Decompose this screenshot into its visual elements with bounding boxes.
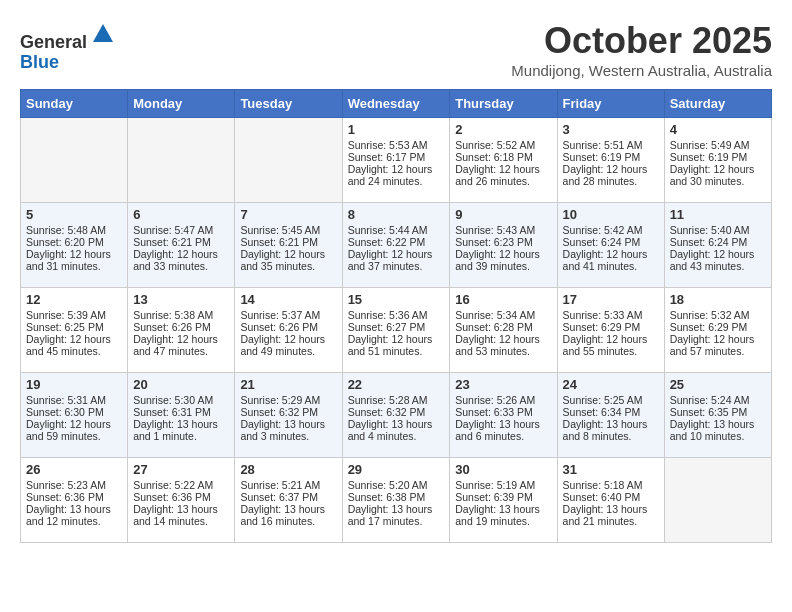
calendar-cell: 31Sunrise: 5:18 AMSunset: 6:40 PMDayligh… bbox=[557, 458, 664, 543]
logo-general-text: General bbox=[20, 32, 87, 52]
calendar-week-row: 5Sunrise: 5:48 AMSunset: 6:20 PMDaylight… bbox=[21, 203, 772, 288]
calendar-cell: 27Sunrise: 5:22 AMSunset: 6:36 PMDayligh… bbox=[128, 458, 235, 543]
calendar-cell: 26Sunrise: 5:23 AMSunset: 6:36 PMDayligh… bbox=[21, 458, 128, 543]
day-number: 10 bbox=[563, 207, 659, 222]
day-info: Sunrise: 5:42 AM bbox=[563, 224, 659, 236]
day-info: Daylight: 13 hours and 16 minutes. bbox=[240, 503, 336, 527]
day-info: Sunrise: 5:47 AM bbox=[133, 224, 229, 236]
day-info: Sunset: 6:28 PM bbox=[455, 321, 551, 333]
day-info: Daylight: 13 hours and 19 minutes. bbox=[455, 503, 551, 527]
day-info: Daylight: 12 hours and 47 minutes. bbox=[133, 333, 229, 357]
day-number: 9 bbox=[455, 207, 551, 222]
day-number: 12 bbox=[26, 292, 122, 307]
day-number: 7 bbox=[240, 207, 336, 222]
day-number: 28 bbox=[240, 462, 336, 477]
day-info: Sunset: 6:26 PM bbox=[133, 321, 229, 333]
weekday-header-row: SundayMondayTuesdayWednesdayThursdayFrid… bbox=[21, 90, 772, 118]
day-info: Sunrise: 5:18 AM bbox=[563, 479, 659, 491]
day-info: Sunrise: 5:43 AM bbox=[455, 224, 551, 236]
day-info: Sunrise: 5:28 AM bbox=[348, 394, 445, 406]
day-info: Sunset: 6:31 PM bbox=[133, 406, 229, 418]
day-info: Daylight: 12 hours and 55 minutes. bbox=[563, 333, 659, 357]
calendar-cell bbox=[21, 118, 128, 203]
day-number: 22 bbox=[348, 377, 445, 392]
calendar-cell: 18Sunrise: 5:32 AMSunset: 6:29 PMDayligh… bbox=[664, 288, 771, 373]
month-title: October 2025 bbox=[511, 20, 772, 62]
calendar-cell: 6Sunrise: 5:47 AMSunset: 6:21 PMDaylight… bbox=[128, 203, 235, 288]
day-number: 3 bbox=[563, 122, 659, 137]
day-info: Daylight: 13 hours and 12 minutes. bbox=[26, 503, 122, 527]
calendar-cell: 3Sunrise: 5:51 AMSunset: 6:19 PMDaylight… bbox=[557, 118, 664, 203]
calendar-table: SundayMondayTuesdayWednesdayThursdayFrid… bbox=[20, 89, 772, 543]
day-info: Sunrise: 5:36 AM bbox=[348, 309, 445, 321]
day-info: Daylight: 12 hours and 31 minutes. bbox=[26, 248, 122, 272]
day-info: Daylight: 12 hours and 35 minutes. bbox=[240, 248, 336, 272]
day-info: Sunrise: 5:33 AM bbox=[563, 309, 659, 321]
logo: General Blue bbox=[20, 20, 117, 73]
calendar-cell: 13Sunrise: 5:38 AMSunset: 6:26 PMDayligh… bbox=[128, 288, 235, 373]
day-info: Daylight: 12 hours and 59 minutes. bbox=[26, 418, 122, 442]
day-number: 1 bbox=[348, 122, 445, 137]
day-info: Sunset: 6:29 PM bbox=[670, 321, 766, 333]
day-info: Sunset: 6:22 PM bbox=[348, 236, 445, 248]
day-info: Daylight: 12 hours and 43 minutes. bbox=[670, 248, 766, 272]
calendar-cell: 8Sunrise: 5:44 AMSunset: 6:22 PMDaylight… bbox=[342, 203, 450, 288]
weekday-header-thursday: Thursday bbox=[450, 90, 557, 118]
day-number: 13 bbox=[133, 292, 229, 307]
day-info: Sunset: 6:27 PM bbox=[348, 321, 445, 333]
day-info: Daylight: 12 hours and 57 minutes. bbox=[670, 333, 766, 357]
day-number: 15 bbox=[348, 292, 445, 307]
day-info: Sunrise: 5:38 AM bbox=[133, 309, 229, 321]
day-info: Sunrise: 5:22 AM bbox=[133, 479, 229, 491]
day-number: 6 bbox=[133, 207, 229, 222]
day-info: Sunset: 6:33 PM bbox=[455, 406, 551, 418]
calendar-cell: 2Sunrise: 5:52 AMSunset: 6:18 PMDaylight… bbox=[450, 118, 557, 203]
day-number: 25 bbox=[670, 377, 766, 392]
day-info: Daylight: 13 hours and 10 minutes. bbox=[670, 418, 766, 442]
day-info: Sunrise: 5:34 AM bbox=[455, 309, 551, 321]
calendar-cell: 20Sunrise: 5:30 AMSunset: 6:31 PMDayligh… bbox=[128, 373, 235, 458]
day-number: 4 bbox=[670, 122, 766, 137]
day-info: Daylight: 13 hours and 8 minutes. bbox=[563, 418, 659, 442]
day-info: Daylight: 12 hours and 45 minutes. bbox=[26, 333, 122, 357]
calendar-cell: 1Sunrise: 5:53 AMSunset: 6:17 PMDaylight… bbox=[342, 118, 450, 203]
day-info: Daylight: 12 hours and 39 minutes. bbox=[455, 248, 551, 272]
day-info: Sunrise: 5:52 AM bbox=[455, 139, 551, 151]
day-info: Daylight: 12 hours and 24 minutes. bbox=[348, 163, 445, 187]
calendar-cell: 19Sunrise: 5:31 AMSunset: 6:30 PMDayligh… bbox=[21, 373, 128, 458]
day-info: Sunrise: 5:25 AM bbox=[563, 394, 659, 406]
calendar-cell: 11Sunrise: 5:40 AMSunset: 6:24 PMDayligh… bbox=[664, 203, 771, 288]
day-info: Sunrise: 5:49 AM bbox=[670, 139, 766, 151]
day-info: Sunrise: 5:39 AM bbox=[26, 309, 122, 321]
day-info: Sunset: 6:39 PM bbox=[455, 491, 551, 503]
day-info: Sunset: 6:19 PM bbox=[670, 151, 766, 163]
day-number: 18 bbox=[670, 292, 766, 307]
day-info: Daylight: 12 hours and 28 minutes. bbox=[563, 163, 659, 187]
day-info: Daylight: 13 hours and 6 minutes. bbox=[455, 418, 551, 442]
day-number: 16 bbox=[455, 292, 551, 307]
calendar-cell: 23Sunrise: 5:26 AMSunset: 6:33 PMDayligh… bbox=[450, 373, 557, 458]
day-info: Sunset: 6:40 PM bbox=[563, 491, 659, 503]
calendar-cell: 4Sunrise: 5:49 AMSunset: 6:19 PMDaylight… bbox=[664, 118, 771, 203]
day-number: 30 bbox=[455, 462, 551, 477]
calendar-cell: 10Sunrise: 5:42 AMSunset: 6:24 PMDayligh… bbox=[557, 203, 664, 288]
day-number: 2 bbox=[455, 122, 551, 137]
page-header: General Blue October 2025 Mundijong, Wes… bbox=[20, 20, 772, 79]
calendar-cell: 9Sunrise: 5:43 AMSunset: 6:23 PMDaylight… bbox=[450, 203, 557, 288]
day-info: Sunrise: 5:26 AM bbox=[455, 394, 551, 406]
day-info: Sunrise: 5:51 AM bbox=[563, 139, 659, 151]
day-info: Daylight: 12 hours and 53 minutes. bbox=[455, 333, 551, 357]
day-info: Sunset: 6:21 PM bbox=[133, 236, 229, 248]
weekday-header-wednesday: Wednesday bbox=[342, 90, 450, 118]
day-info: Sunset: 6:37 PM bbox=[240, 491, 336, 503]
day-number: 11 bbox=[670, 207, 766, 222]
day-number: 31 bbox=[563, 462, 659, 477]
day-number: 14 bbox=[240, 292, 336, 307]
calendar-week-row: 26Sunrise: 5:23 AMSunset: 6:36 PMDayligh… bbox=[21, 458, 772, 543]
calendar-cell: 22Sunrise: 5:28 AMSunset: 6:32 PMDayligh… bbox=[342, 373, 450, 458]
calendar-cell bbox=[664, 458, 771, 543]
day-info: Sunset: 6:26 PM bbox=[240, 321, 336, 333]
calendar-week-row: 12Sunrise: 5:39 AMSunset: 6:25 PMDayligh… bbox=[21, 288, 772, 373]
weekday-header-friday: Friday bbox=[557, 90, 664, 118]
location-title: Mundijong, Western Australia, Australia bbox=[511, 62, 772, 79]
